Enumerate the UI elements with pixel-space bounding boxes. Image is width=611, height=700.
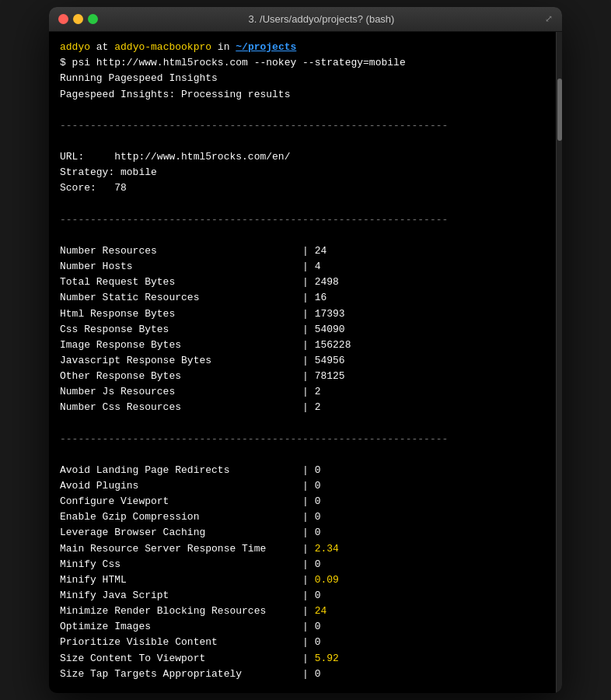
rule-row: Size Tap Targets Appropriately | 0 [60,667,545,682]
url-line: URL: http://www.html5rocks.com/en/ [60,149,545,165]
rule-row: Leverage Browser Caching | 0 [60,525,545,541]
close-button[interactable] [58,14,68,24]
terminal[interactable]: addyo at addyo-macbookpro in ~/projects … [49,32,556,693]
command: psi http://www.html5rocks.com --nokey --… [72,57,406,68]
terminal-wrapper: addyo at addyo-macbookpro in ~/projects … [49,32,562,693]
prompt-line: addyo at addyo-macbookpro in ~/projects [60,40,545,55]
terminal-window: 3. /Users/addyo/projects? (bash) ⤢ addyo… [49,7,562,693]
stat-row: Number Hosts | 4 [60,259,545,275]
spacer3 [60,197,545,212]
output-line2: Pagespeed Insights: Processing results [60,87,545,103]
scrollbar[interactable] [556,32,562,693]
url-label: URL: [60,151,84,163]
rule-row: Enable Gzip Compression | 0 [60,509,545,525]
prompt-in: in [211,41,236,53]
rule-row: Minify Css | 0 [60,557,545,572]
separator2: ----------------------------------------… [60,212,545,228]
maximize-button[interactable] [88,14,98,24]
prompt-at: at [90,41,114,53]
titlebar: 3. /Users/addyo/projects? (bash) ⤢ [49,7,562,32]
stat-row: Number Resources | 24 [60,243,545,259]
separator3: ----------------------------------------… [60,432,545,447]
spacer6 [60,447,545,463]
separator1: ----------------------------------------… [60,118,545,134]
dollar: $ [60,57,72,68]
score-value: 78 [96,182,127,194]
strategy-label: Strategy: [60,166,114,178]
rules-section: Avoid Landing Page Redirects | 0Avoid Pl… [60,463,545,682]
stat-row: Number Css Resources | 2 [60,400,545,415]
url-value: http://www.html5rocks.com/en/ [84,151,290,163]
stat-row: Total Request Bytes | 2498 [60,275,545,290]
strategy-line: Strategy: mobile [60,165,545,180]
scrollbar-thumb[interactable] [557,79,562,141]
rule-row: Configure Viewport | 0 [60,494,545,509]
stats-section: Number Resources | 24Number Hosts | 4Tot… [60,243,545,416]
prompt-dir: ~/projects [236,41,296,53]
stat-row: Number Static Resources | 16 [60,290,545,306]
rule-row: Prioritize Visible Content | 0 [60,635,545,650]
window-title: 3. /Users/addyo/projects? (bash) [104,13,539,25]
score-line: Score: 78 [60,180,545,196]
spacer2 [60,134,545,149]
stat-row: Html Response Bytes | 17393 [60,306,545,322]
stat-row: Number Js Resources | 2 [60,384,545,400]
output-line1: Running Pagespeed Insights [60,71,545,86]
spacer1 [60,103,545,118]
spacer5 [60,415,545,431]
stat-row: Css Response Bytes | 54090 [60,322,545,338]
rule-row: Avoid Landing Page Redirects | 0 [60,463,545,478]
rule-row: Minify Java Script | 0 [60,588,545,604]
rule-row: Avoid Plugins | 0 [60,478,545,494]
traffic-lights [58,14,98,24]
rule-row: Optimize Images | 0 [60,619,545,635]
strategy-value: mobile [114,166,157,178]
stat-row: Image Response Bytes | 156228 [60,338,545,353]
prompt-host: addyo-macbookpro [114,41,211,53]
stat-row: Javascript Response Bytes | 54956 [60,353,545,369]
rule-row: Minimize Render Blocking Resources | 24 [60,604,545,619]
command-line: $ psi http://www.html5rocks.com --nokey … [60,55,545,71]
rule-row: Minify HTML | 0.09 [60,572,545,588]
prompt-user: addyo [60,41,90,53]
minimize-button[interactable] [73,14,83,24]
rule-row: Size Content To Viewport | 5.92 [60,651,545,667]
score-label: Score: [60,182,96,194]
rule-row: Main Resource Server Response Time | 2.3… [60,541,545,557]
spacer4 [60,228,545,243]
stat-row: Other Response Bytes | 78125 [60,369,545,384]
expand-icon[interactable]: ⤢ [545,13,553,25]
